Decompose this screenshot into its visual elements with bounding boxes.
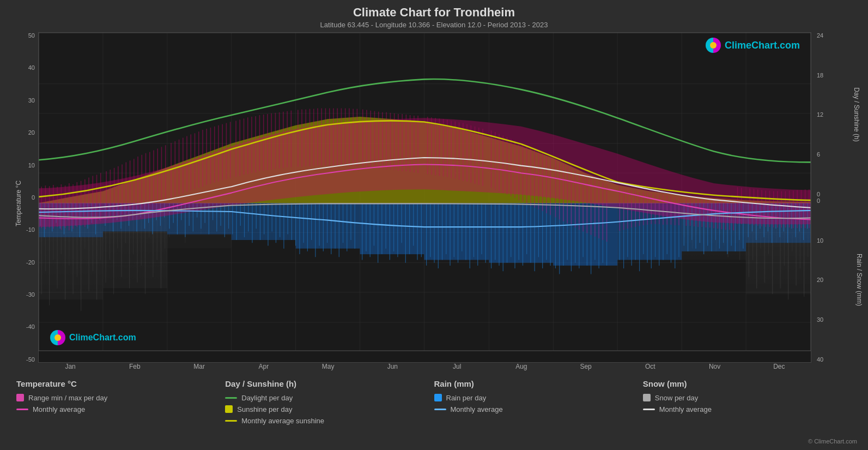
chart-area-wrapper: Temperature °C 50 40 30 20 10 0 -10 -20 … xyxy=(5,32,863,375)
svg-rect-105 xyxy=(232,203,296,240)
legend-col-temp: Temperature °C Range min / max per day M… xyxy=(16,379,225,436)
logo-bottom-left: ClimeChart.com xyxy=(50,329,136,346)
right-axes: 24 18 12 6 0 Day / Sunshine (h) 0 10 20 … xyxy=(814,32,863,363)
legend-daylight-color xyxy=(225,397,237,399)
legend-snow-day-color xyxy=(643,394,651,401)
chart-title: Climate Chart for Trondheim xyxy=(5,5,863,20)
main-container: Climate Chart for Trondheim Latitude 63.… xyxy=(0,0,868,450)
legend-temp-range-color xyxy=(16,394,24,401)
legend-snow-avg-color xyxy=(643,409,655,410)
legend-sunshine-day-color xyxy=(225,405,233,413)
y-axis-left: Temperature °C 50 40 30 20 10 0 -10 -20 … xyxy=(5,32,38,375)
svg-rect-109 xyxy=(489,203,553,262)
copyright-text: © ClimeChart.com xyxy=(5,438,863,445)
chart-and-right: ClimeChart.com ClimeChart.com xyxy=(38,32,863,375)
svg-point-1 xyxy=(54,334,61,341)
y-axis-right-bottom: 0 10 20 30 40 Rain / Snow (mm) xyxy=(814,197,863,363)
logo-text-top: ClimeChart.com xyxy=(725,40,800,51)
chart-subtitle: Latitude 63.445 - Longitude 10.366 - Ele… xyxy=(5,21,863,29)
legend-snow-avg: Monthly average xyxy=(643,405,852,413)
legend-temp-avg: Monthly average xyxy=(16,405,225,413)
title-section: Climate Chart for Trondheim Latitude 63.… xyxy=(5,5,863,29)
y-axis-left-label: Temperature °C xyxy=(15,181,22,226)
legend-rain-day: Rain per day xyxy=(434,394,643,402)
svg-point-3 xyxy=(710,42,717,49)
legend-area: Temperature °C Range min / max per day M… xyxy=(5,379,863,436)
legend-sunshine-day: Sunshine per day xyxy=(225,405,434,413)
x-axis-labels: Jan Feb Mar Apr May Jun Jul Aug Sep Oct … xyxy=(38,363,863,375)
legend-temp-avg-color xyxy=(16,409,28,410)
logo-top-right: ClimeChart.com xyxy=(705,37,800,53)
legend-rain-day-color xyxy=(434,394,442,401)
legend-rain-title: Rain (mm) xyxy=(434,379,643,388)
legend-sunshine-avg: Monthly average sunshine xyxy=(225,417,434,425)
chart-svg-container: ClimeChart.com ClimeChart.com xyxy=(38,32,811,363)
logo-text-bottom: ClimeChart.com xyxy=(69,333,136,343)
legend-col-rain: Rain (mm) Rain per day Monthly average xyxy=(434,379,643,436)
legend-sunshine-title: Day / Sunshine (h) xyxy=(225,379,434,388)
right-axis-top-label: Day / Sunshine (h) xyxy=(852,88,860,142)
legend-temp-title: Temperature °C xyxy=(16,379,225,388)
right-axis-bottom-label: Rain / Snow (mm) xyxy=(855,254,863,306)
legend-temp-range: Range min / max per day xyxy=(16,394,225,402)
y-axis-right-top: 24 18 12 6 0 Day / Sunshine (h) xyxy=(814,32,863,197)
legend-sunshine-avg-color xyxy=(225,420,237,422)
legend-snow-day: Snow per day xyxy=(643,394,852,402)
legend-rain-avg-color xyxy=(434,409,446,410)
legend-col-snow: Snow (mm) Snow per day Monthly average xyxy=(643,379,852,436)
logo-icon-top xyxy=(705,37,721,53)
legend-rain-avg: Monthly average xyxy=(434,405,643,413)
svg-rect-110 xyxy=(553,203,617,266)
legend-snow-title: Snow (mm) xyxy=(643,379,852,388)
svg-rect-108 xyxy=(424,203,489,260)
legend-col-sunshine: Day / Sunshine (h) Daylight per day Suns… xyxy=(225,379,434,436)
svg-rect-107 xyxy=(360,203,424,254)
climate-chart-svg xyxy=(39,33,811,362)
logo-icon-bottom xyxy=(50,329,66,346)
legend-daylight: Daylight per day xyxy=(225,394,434,402)
svg-rect-106 xyxy=(296,203,360,248)
